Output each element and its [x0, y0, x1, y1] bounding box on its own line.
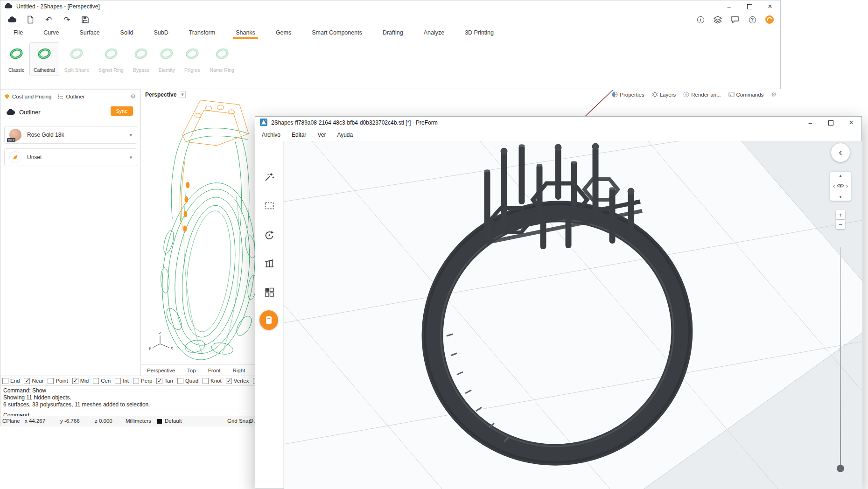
maximize-button[interactable] — [820, 117, 841, 129]
one-click-print-button[interactable] — [260, 168, 279, 186]
ribbon-item-bypass[interactable]: Bypass — [129, 42, 153, 76]
status-layer[interactable]: Default — [165, 418, 182, 424]
checkbox[interactable] — [203, 378, 209, 384]
save-icon[interactable] — [80, 14, 90, 25]
view-left-button[interactable] — [833, 183, 835, 189]
osnap-perp[interactable]: Perp — [133, 378, 152, 384]
viewport-tab-front[interactable]: Front — [208, 368, 221, 373]
collapse-panel-button[interactable] — [831, 143, 850, 162]
osnap-cen[interactable]: Cen — [93, 378, 111, 384]
maximize-button[interactable] — [739, 0, 760, 13]
account-button[interactable] — [260, 486, 279, 489]
export-document-icon[interactable] — [25, 14, 35, 25]
menu-archivo[interactable]: Archivo — [262, 132, 280, 138]
tab-cost-and-pricing[interactable]: Cost and Pricing — [4, 94, 51, 99]
layout-tool-button[interactable] — [260, 283, 279, 301]
zoom-out-button[interactable] — [836, 220, 845, 229]
osnap-vertex[interactable]: Vertex — [226, 378, 249, 384]
material-row-rose-gold[interactable]: DBX Rose Gold 18k — [4, 126, 137, 144]
menu-tab-transform[interactable]: Transform — [188, 28, 217, 38]
panel-tab-commands[interactable]: Commands — [728, 91, 764, 98]
minimize-button[interactable] — [800, 117, 820, 129]
menu-editar[interactable]: Editar — [292, 132, 306, 138]
menu-tab-file[interactable]: File — [13, 28, 24, 38]
viewport-tab-top[interactable]: Top — [187, 368, 196, 373]
layer-slider-handle[interactable] — [837, 465, 844, 472]
viewport-tab-right[interactable]: Right — [232, 368, 245, 373]
ribbon-item-name-ring[interactable]: Name Ring — [205, 42, 238, 76]
ribbon-item-cathedral[interactable]: Cathedral — [29, 42, 59, 76]
status-grid-snap[interactable]: Grid Snap — [227, 418, 252, 424]
menu-ayuda[interactable]: Ayuda — [337, 132, 353, 138]
viewport-tab-perspective[interactable]: Perspective — [147, 368, 175, 373]
size-tool-button[interactable] — [260, 196, 279, 215]
chevron-down-icon[interactable] — [129, 154, 132, 161]
osnap-tan[interactable]: Tan — [156, 378, 173, 384]
layer-slider[interactable] — [840, 247, 841, 468]
menu-tab-subd[interactable]: SubD — [153, 28, 169, 38]
panel-tab-layers[interactable]: Layers — [652, 92, 676, 98]
checkbox[interactable] — [72, 378, 78, 384]
osnap-knot[interactable]: Knot — [203, 378, 222, 384]
panel-tab-properties[interactable]: Properties — [612, 91, 644, 98]
sync-button[interactable]: Sync — [111, 106, 133, 116]
ribbon-item-signet-ring[interactable]: Signet Ring — [94, 42, 128, 76]
checkbox[interactable] — [177, 378, 183, 384]
menu-tab-shanks[interactable]: Shanks — [235, 28, 256, 38]
menu-tab-smart-components[interactable]: Smart Components — [311, 28, 363, 38]
status-cplane[interactable]: CPlane — [2, 418, 20, 424]
checkbox[interactable] — [115, 378, 121, 384]
menu-tab-drafting[interactable]: Drafting — [382, 28, 404, 38]
menu-ver[interactable]: Ver — [317, 132, 326, 138]
chat-icon[interactable] — [730, 14, 740, 25]
view-reset-eye-button[interactable] — [837, 183, 844, 189]
osnap-end[interactable]: End — [2, 378, 20, 384]
checkbox[interactable] — [133, 378, 139, 384]
help-icon[interactable]: ? — [747, 14, 757, 25]
osnap-quad[interactable]: Quad — [177, 378, 198, 384]
ribbon-item-split-shank[interactable]: Split Shank — [60, 42, 93, 76]
info-icon[interactable]: i — [695, 14, 706, 25]
menu-tab-surface[interactable]: Surface — [79, 28, 101, 38]
view-up-button[interactable] — [840, 173, 842, 178]
osnap-mid[interactable]: Mid — [72, 378, 89, 384]
checkbox[interactable] — [2, 378, 8, 384]
panel-tab-render[interactable]: Render an... — [683, 91, 721, 98]
view-down-button[interactable] — [840, 195, 842, 199]
checkbox[interactable] — [226, 378, 232, 384]
panels-gear-icon[interactable] — [771, 91, 777, 98]
osnap-int[interactable]: Int — [115, 378, 129, 384]
panel-gear-icon[interactable] — [130, 93, 136, 100]
ribbon-item-filigree[interactable]: Filigree — [180, 42, 204, 76]
layers-stack-icon[interactable] — [713, 14, 723, 25]
menu-tab-solid[interactable]: Solid — [119, 28, 134, 38]
menu-tab-analyze[interactable]: Analyze — [423, 28, 445, 38]
2shapes-logo-icon[interactable] — [764, 14, 775, 25]
chevron-down-icon[interactable] — [129, 132, 132, 138]
osnap-near[interactable]: Near — [24, 378, 43, 384]
close-button[interactable] — [841, 117, 861, 129]
close-button[interactable] — [760, 0, 780, 13]
minimize-button[interactable] — [719, 0, 739, 13]
build-platform-canvas[interactable] — [284, 141, 862, 489]
status-units[interactable]: Millimeters — [126, 418, 151, 424]
view-right-button[interactable] — [846, 183, 848, 189]
tab-outliner[interactable]: Outliner — [58, 94, 84, 99]
menu-tab-curve[interactable]: Curve — [42, 28, 60, 38]
checkbox[interactable] — [93, 378, 99, 384]
redo-icon[interactable] — [62, 14, 72, 25]
orientation-tool-button[interactable] — [260, 226, 279, 244]
ribbon-item-eternity[interactable]: Eternity — [154, 42, 179, 76]
supports-tool-button[interactable] — [260, 254, 279, 273]
checkbox[interactable] — [156, 378, 162, 384]
zoom-in-button[interactable] — [836, 210, 845, 219]
menu-tab-gems[interactable]: Gems — [275, 28, 292, 38]
undo-icon[interactable] — [43, 14, 54, 25]
osnap-point[interactable]: Point — [48, 378, 68, 384]
ribbon-item-classic[interactable]: Classic — [4, 42, 28, 76]
menu-tab-3d-printing[interactable]: 3D Printing — [464, 28, 495, 38]
print-button[interactable] — [259, 311, 278, 329]
checkbox[interactable] — [48, 378, 54, 384]
material-row-unset[interactable]: Unset — [4, 148, 137, 166]
checkbox[interactable] — [24, 378, 30, 384]
